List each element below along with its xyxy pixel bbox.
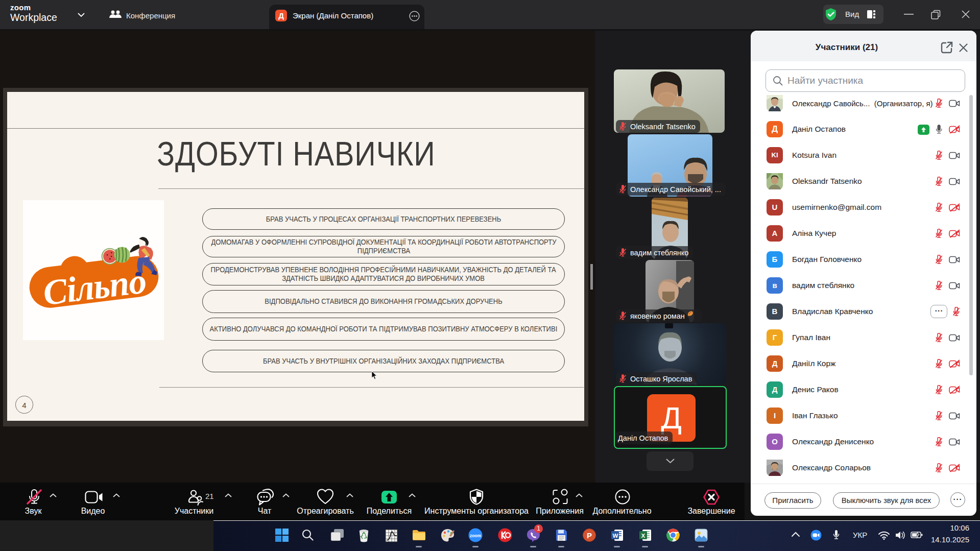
svg-text:W: W xyxy=(613,533,618,539)
svg-text:P: P xyxy=(587,531,592,540)
svg-text:zoom: zoom xyxy=(470,533,482,538)
svg-text:X: X xyxy=(641,533,646,539)
